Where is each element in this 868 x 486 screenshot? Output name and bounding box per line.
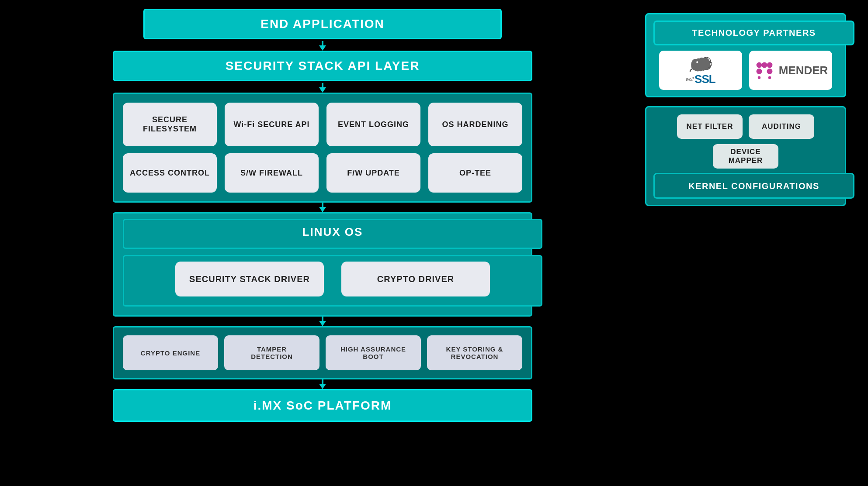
tech-partners-logos: wolf SSL (653, 51, 838, 90)
secure-filesystem-label: SECUREFILESYSTEM (143, 115, 197, 134)
end-application-box: END APPLICATION (143, 9, 502, 39)
svg-marker-7 (319, 321, 326, 326)
svg-marker-9 (319, 384, 326, 389)
key-storing-label: KEY STORING &REVOCATION (446, 345, 503, 360)
op-tee-label: OP-TEE (459, 169, 491, 178)
security-features-panel: SECUREFILESYSTEM Wi-Fi SECURE API EVENT … (113, 93, 532, 203)
imx-platform-box: i.MX SoC PLATFORM (113, 389, 532, 422)
wolfssl-logo: wolf SSL (663, 55, 739, 86)
svg-point-15 (767, 69, 772, 74)
kernel-configs-title: KERNEL CONFIGURATIONS (653, 173, 854, 199)
device-mapper-label: DEVICEMAPPER (729, 148, 763, 165)
main-flow: END APPLICATION SECURITY STACK API LAYER… (13, 9, 632, 477)
fw-update-label: F/W UPDATE (347, 169, 400, 178)
right-panel: TECHNOLOGY PARTNERS wo (645, 9, 855, 477)
event-logging-label: EVENT LOGGING (338, 120, 409, 129)
linux-os-title: LINUX OS (123, 219, 542, 249)
mender-text-label: MENDER (779, 64, 828, 77)
secure-filesystem-card: SECUREFILESYSTEM (123, 103, 217, 146)
kernel-top-row: NET FILTER AUDITING (653, 114, 838, 139)
svg-point-14 (756, 69, 762, 74)
kernel-center-row: DEVICEMAPPER (653, 144, 838, 169)
tech-partners-box: TECHNOLOGY PARTNERS wo (645, 13, 846, 97)
svg-point-10 (696, 61, 698, 63)
hardware-panel: CRYPTO ENGINE TAMPERDETECTION HIGH ASSUR… (113, 326, 532, 379)
tamper-detection-label: TAMPERDETECTION (251, 345, 293, 360)
svg-point-13 (767, 62, 772, 68)
sw-firewall-card: S/W FIREWALL (225, 153, 319, 193)
crypto-engine-card: CRYPTO ENGINE (123, 335, 218, 370)
arrow-1 (113, 41, 532, 51)
hardware-components: CRYPTO ENGINE TAMPERDETECTION HIGH ASSUR… (123, 335, 522, 370)
security-stack-driver-card: SECURITY STACK DRIVER (175, 262, 324, 296)
os-hardening-label: OS HARDENING (442, 120, 508, 129)
net-filter-card: NET FILTER (677, 114, 743, 139)
linux-os-components: SECURITY STACK DRIVER CRYPTO DRIVER (123, 255, 542, 307)
diagram-container: END APPLICATION SECURITY STACK API LAYER… (0, 0, 868, 486)
high-assurance-boot-card: HIGH ASSURANCEBOOT (326, 335, 421, 370)
op-tee-card: OP-TEE (428, 153, 522, 193)
linux-os-panel: LINUX OS SECURITY STACK DRIVER CRYPTO DR… (113, 212, 532, 317)
imx-platform-label: i.MX SoC PLATFORM (253, 399, 392, 413)
key-storing-card: KEY STORING &REVOCATION (427, 335, 522, 370)
os-hardening-card: OS HARDENING (428, 103, 522, 146)
wolfssl-wolf-icon (689, 55, 713, 72)
wolfssl-text-label: SSL (694, 72, 715, 86)
access-control-label: ACCESS CONTROL (130, 169, 210, 178)
security-api-box: SECURITY STACK API LAYER (113, 51, 532, 81)
sw-firewall-label: S/W FIREWALL (240, 169, 303, 178)
wifi-secure-api-card: Wi-Fi SECURE API (225, 103, 319, 146)
wifi-secure-api-label: Wi-Fi SECURE API (233, 120, 309, 129)
svg-point-12 (761, 62, 767, 68)
arrow-4 (113, 317, 532, 326)
security-api-label: SECURITY STACK API LAYER (226, 59, 420, 73)
arrow-2 (113, 83, 532, 93)
mender-logo-card: MENDER (749, 51, 832, 90)
svg-marker-5 (319, 207, 326, 212)
arrow-3 (113, 203, 532, 212)
svg-marker-3 (319, 87, 326, 93)
high-assurance-boot-label: HIGH ASSURANCEBOOT (340, 345, 406, 360)
svg-point-17 (768, 76, 771, 79)
svg-point-11 (756, 62, 762, 68)
crypto-driver-card: CRYPTO DRIVER (341, 262, 490, 296)
security-row-1: SECUREFILESYSTEM Wi-Fi SECURE API EVENT … (123, 103, 522, 146)
crypto-driver-label: CRYPTO DRIVER (377, 274, 454, 284)
svg-point-16 (757, 76, 760, 79)
auditing-label: AUDITING (762, 122, 801, 131)
fw-update-card: F/W UPDATE (326, 153, 420, 193)
end-application-label: END APPLICATION (260, 17, 385, 31)
wolfssl-logo-card: wolf SSL (659, 51, 742, 90)
event-logging-card: EVENT LOGGING (326, 103, 420, 146)
tech-partners-title: TECHNOLOGY PARTNERS (653, 21, 854, 45)
auditing-card: AUDITING (749, 114, 814, 139)
device-mapper-card: DEVICEMAPPER (713, 144, 778, 169)
access-control-card: ACCESS CONTROL (123, 153, 217, 193)
crypto-engine-label: CRYPTO ENGINE (141, 349, 200, 357)
kernel-configs-box: NET FILTER AUDITING DEVICEMAPPER KERNEL … (645, 106, 846, 206)
security-row-2: ACCESS CONTROL S/W FIREWALL F/W UPDATE O… (123, 153, 522, 193)
mender-icon (753, 62, 775, 79)
tamper-detection-card: TAMPERDETECTION (224, 335, 319, 370)
net-filter-label: NET FILTER (687, 122, 733, 131)
svg-marker-1 (319, 45, 326, 51)
mender-logo: MENDER (753, 62, 828, 79)
security-stack-driver-label: SECURITY STACK DRIVER (189, 274, 310, 284)
arrow-5 (113, 379, 532, 389)
